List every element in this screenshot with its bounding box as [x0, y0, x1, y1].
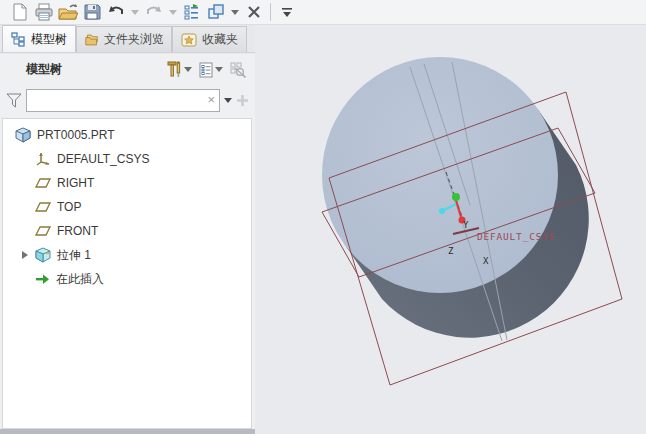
tree-item-label: PRT0005.PRT — [37, 128, 115, 142]
undo-menu-arrow[interactable] — [128, 1, 142, 23]
new-file-icon[interactable] — [8, 1, 32, 23]
graphics-viewport[interactable]: Y Z X DEFAULT_CSYS — [255, 25, 646, 434]
tree-item-label: 在此插入 — [56, 271, 104, 288]
insert-here-icon — [35, 273, 50, 285]
switch-windows-icon[interactable] — [204, 1, 228, 23]
model-tree-icon — [11, 32, 26, 47]
regenerate-icon[interactable] — [180, 1, 204, 23]
tools-icon — [166, 61, 182, 78]
filter-funnel-icon[interactable] — [6, 93, 22, 108]
tree-item-default-csys[interactable]: DEFAULT_CSYS — [3, 147, 251, 171]
tree-item-label: RIGHT — [57, 176, 94, 190]
csys-origin-handle — [452, 193, 460, 201]
csys-x-handle — [439, 208, 445, 214]
navigator-tabs: 模型树 文件夹浏览器 收藏夹 — [0, 25, 255, 53]
toolbar-separator — [270, 3, 271, 21]
tree-item-label: TOP — [57, 200, 81, 214]
redo-icon[interactable] — [142, 1, 166, 23]
folder-browser-icon — [85, 33, 99, 47]
datum-plane-icon — [35, 176, 51, 190]
csys-icon — [35, 151, 51, 167]
tree-columns-icon — [230, 62, 247, 78]
axis-label-y: Y — [463, 220, 469, 230]
axis-label-z: Z — [448, 246, 454, 256]
expand-arrow-icon[interactable] — [21, 250, 29, 260]
tools-menu-arrow — [184, 67, 192, 72]
tree-item-insert-here[interactable]: 在此插入 — [3, 267, 251, 291]
part-icon — [15, 127, 31, 143]
display-options-menu-arrow — [215, 67, 223, 72]
csys-label: DEFAULT_CSYS — [477, 231, 555, 242]
panel-title: 模型树 — [26, 61, 62, 78]
model-canvas: Y Z X DEFAULT_CSYS — [255, 25, 646, 434]
extrude-icon — [35, 247, 51, 263]
favorites-icon — [181, 33, 197, 47]
tree-item-part[interactable]: PRT0005.PRT — [3, 123, 251, 147]
tree-item-right[interactable]: RIGHT — [3, 171, 251, 195]
open-icon[interactable] — [56, 1, 80, 23]
collapse-navigator-icon[interactable] — [275, 1, 299, 23]
display-options-button[interactable] — [197, 60, 225, 80]
axis-label-x: X — [483, 256, 489, 266]
tree-item-front[interactable]: FRONT — [3, 219, 251, 243]
save-icon[interactable] — [80, 1, 104, 23]
tree-columns-button[interactable] — [228, 60, 249, 80]
windows-menu-arrow[interactable] — [228, 1, 242, 23]
tab-label: 文件夹浏览器 — [104, 31, 163, 48]
search-field-wrap: × — [26, 89, 220, 112]
close-window-icon[interactable] — [242, 1, 266, 23]
cylinder-top-face[interactable] — [322, 57, 558, 293]
tab-label: 收藏夹 — [202, 31, 238, 48]
tree-item-top[interactable]: TOP — [3, 195, 251, 219]
tree-item-label: FRONT — [57, 224, 98, 238]
undo-icon[interactable] — [104, 1, 128, 23]
tab-model-tree[interactable]: 模型树 — [2, 25, 76, 52]
clear-icon[interactable]: × — [207, 93, 215, 106]
tools-button[interactable] — [164, 59, 194, 80]
datum-plane-icon — [35, 224, 51, 238]
search-menu-arrow[interactable] — [224, 98, 232, 103]
tab-favorites[interactable]: 收藏夹 — [172, 26, 247, 52]
tab-folder-browser[interactable]: 文件夹浏览器 — [76, 26, 172, 52]
add-filter-icon[interactable] — [236, 94, 249, 107]
tree-filter-input[interactable] — [26, 89, 220, 112]
quick-access-toolbar — [0, 0, 646, 25]
print-icon[interactable] — [32, 1, 56, 23]
datum-plane-icon — [35, 200, 51, 214]
model-tree: PRT0005.PRT DEFAULT_CSYS RIGHT TOP FRONT… — [2, 118, 252, 429]
tree-item-extrude[interactable]: 拉伸 1 — [3, 243, 251, 267]
tree-item-label: 拉伸 1 — [57, 247, 91, 264]
display-options-icon — [199, 62, 213, 78]
panel-bottom-edge — [0, 429, 255, 434]
redo-menu-arrow[interactable] — [166, 1, 180, 23]
tree-item-label: DEFAULT_CSYS — [57, 152, 149, 166]
tab-label: 模型树 — [31, 31, 67, 48]
